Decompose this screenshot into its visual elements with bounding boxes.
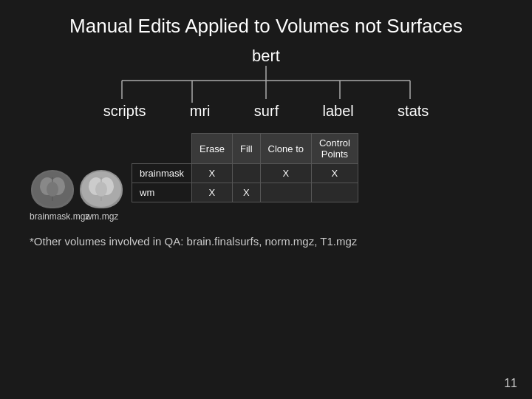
brain-label-2: wm.mgz xyxy=(80,211,124,222)
col-header-erase: Erase xyxy=(191,134,232,164)
col-header-fill: Fill xyxy=(232,134,260,164)
cell-brainmask-fill xyxy=(232,164,260,183)
tree-node-mri: mri xyxy=(190,103,211,120)
cell-wm-erase: X xyxy=(191,183,232,202)
svg-point-17 xyxy=(95,182,107,197)
cell-brainmask-clone: X xyxy=(260,164,311,183)
main-container: Manual Edits Applied to Volumes not Surf… xyxy=(0,0,532,399)
brain-image-1 xyxy=(31,170,74,208)
tree-node-label: label xyxy=(323,103,354,120)
brain-svg-1 xyxy=(31,170,74,208)
tree-node-scripts: scripts xyxy=(103,103,146,120)
page-number: 11 xyxy=(504,377,517,390)
images-column: brainmask.mgz wm.mgz xyxy=(30,170,124,222)
tree-node-surf: surf xyxy=(254,103,279,120)
cell-brainmask-control: X xyxy=(311,164,358,183)
cell-wm-control xyxy=(311,183,358,202)
cell-wm-fill: X xyxy=(232,183,260,202)
brain-svg-2 xyxy=(80,170,123,208)
col-header-empty xyxy=(132,134,192,164)
cell-wm-clone xyxy=(260,183,311,202)
svg-point-12 xyxy=(47,182,58,197)
tree-children: scripts mri surf label stats xyxy=(81,103,451,120)
data-table: Erase Fill Clone to ControlPoints brainm… xyxy=(132,133,358,202)
page-title: Manual Edits Applied to Volumes not Surf… xyxy=(22,15,510,38)
tree-lines-svg xyxy=(81,66,451,103)
table-row-wm: wm X X xyxy=(132,183,358,202)
cell-brainmask-erase: X xyxy=(191,164,232,183)
col-header-control: ControlPoints xyxy=(311,134,358,164)
tree-node-stats: stats xyxy=(398,103,429,120)
row-label-brainmask: brainmask xyxy=(132,164,192,183)
col-header-clone: Clone to xyxy=(260,134,311,164)
brain-label-1: brainmask.mgz xyxy=(30,211,74,222)
brain-image-2 xyxy=(80,170,123,208)
tree-container: bert scripts mri surf label stats xyxy=(22,47,510,120)
brain-labels-row: brainmask.mgz wm.mgz xyxy=(30,211,124,222)
table-row-brainmask: brainmask X X X xyxy=(132,164,358,183)
table-section: brainmask.mgz wm.mgz Erase Fill Clone to… xyxy=(22,133,510,222)
brain-images-row xyxy=(31,170,123,208)
tree-root: bert xyxy=(252,47,280,66)
footnote: *Other volumes involved in QA: brain.fin… xyxy=(22,235,510,248)
row-label-wm: wm xyxy=(132,183,192,202)
